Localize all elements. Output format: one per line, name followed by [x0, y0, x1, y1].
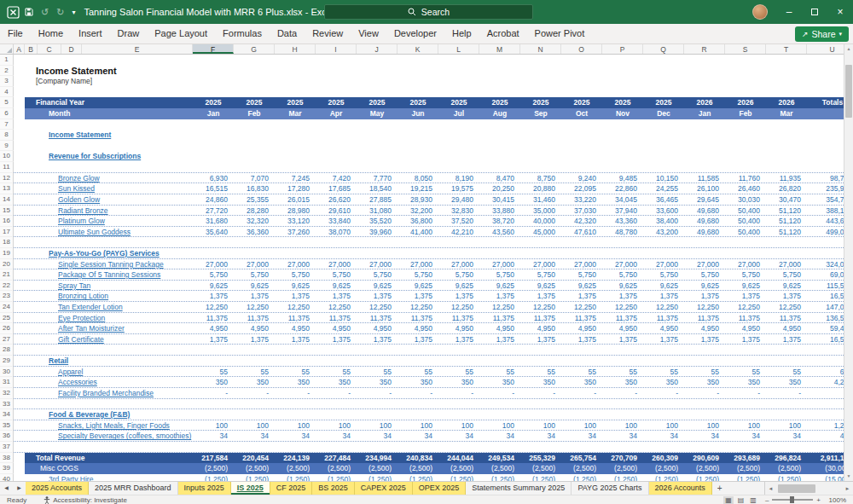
cell-u26[interactable]: 59,400	[807, 323, 844, 334]
cell-k35[interactable]: 100	[397, 420, 438, 432]
cell-t21[interactable]: 5,750	[766, 269, 807, 281]
cell-i16[interactable]: 33,840	[316, 216, 357, 227]
cell-s39[interactable]: (2,500)	[725, 463, 766, 474]
cell-p16[interactable]: 43,360	[602, 216, 643, 227]
cell-r32[interactable]: -	[684, 388, 725, 399]
cell-t30[interactable]: 55	[766, 367, 807, 378]
cell-j24[interactable]: 12,250	[357, 302, 397, 313]
cell-l31[interactable]: 350	[438, 377, 479, 388]
cell-i35[interactable]: 100	[316, 420, 357, 432]
cell-label-financial-year[interactable]: Financial Year	[36, 97, 84, 108]
cell-s40[interactable]: (1,250)	[725, 474, 766, 481]
cell-o38[interactable]: 265,754	[561, 453, 602, 464]
cell-u17[interactable]: 499,050	[807, 227, 844, 238]
cell-g35[interactable]: 100	[234, 420, 275, 432]
cell-s25[interactable]: 11,375	[725, 313, 766, 324]
cell-h24[interactable]: 12,250	[275, 302, 316, 313]
cell-q13[interactable]: 24,255	[643, 183, 684, 194]
save-icon[interactable]	[25, 8, 33, 16]
cell-h27[interactable]: 1,375	[275, 334, 316, 345]
cell-j40[interactable]: (1,250)	[357, 474, 397, 481]
cell-i32[interactable]: -	[316, 388, 357, 399]
cell-m39[interactable]: (2,500)	[479, 463, 520, 474]
cell-f20[interactable]: 27,000	[193, 259, 234, 270]
cell-l24[interactable]: 12,250	[438, 302, 479, 313]
cell-m17[interactable]: 43,560	[479, 227, 520, 238]
cell-u35[interactable]: 1,200	[807, 420, 844, 432]
cell-i14[interactable]: 26,620	[316, 194, 357, 206]
cell-k14[interactable]: 28,930	[397, 194, 438, 206]
row-header-15[interactable]: 15	[0, 206, 14, 217]
cell-l26[interactable]: 4,950	[438, 323, 479, 334]
cell-label-income-statement[interactable]: Income Statement	[49, 130, 111, 141]
cell-p20[interactable]: 27,000	[602, 259, 643, 270]
cell-s6[interactable]: Feb	[725, 108, 766, 119]
cell-j15[interactable]: 31,080	[357, 206, 397, 217]
cell-o36[interactable]: 34	[561, 431, 602, 442]
cell-l32[interactable]: -	[438, 388, 479, 399]
column-header-g[interactable]: G	[234, 44, 275, 54]
row-header-5[interactable]: 5	[0, 97, 14, 108]
cell-k16[interactable]: 36,800	[397, 216, 438, 227]
cell-k20[interactable]: 27,000	[397, 259, 438, 270]
row-header-14[interactable]: 14	[0, 194, 14, 206]
cell-m5[interactable]: 2025	[479, 97, 520, 108]
row-header-38[interactable]: 38	[0, 453, 14, 464]
cell-m36[interactable]: 34	[479, 431, 520, 442]
horizontal-scrollbar[interactable]: ◄ ►	[764, 482, 853, 495]
cell-k30[interactable]: 55	[397, 367, 438, 378]
column-header-l[interactable]: L	[438, 44, 479, 54]
cell-p26[interactable]: 4,950	[602, 323, 643, 334]
column-header-d[interactable]: D	[61, 44, 82, 54]
sheet-tab-2025-accounts[interactable]: 2025 Accounts	[26, 482, 89, 495]
cell-u6[interactable]	[807, 108, 844, 119]
row-header-37[interactable]: 37	[0, 442, 14, 453]
cell-label-pay-as-you-go-payg-services[interactable]: Pay-As-You-Go (PAYG) Services	[49, 248, 160, 259]
cell-s17[interactable]: 50,400	[725, 227, 766, 238]
qat-customize-icon[interactable]: ▾	[72, 8, 75, 17]
cell-m16[interactable]: 38,720	[479, 216, 520, 227]
sheet-tab-2026-accounts[interactable]: 2026 Accounts	[649, 482, 712, 495]
column-header-b[interactable]: B	[25, 44, 38, 54]
cell-l15[interactable]: 32,830	[438, 206, 479, 217]
cell-s35[interactable]: 100	[725, 420, 766, 432]
cell-u31[interactable]: 4,200	[807, 377, 844, 388]
cell-t27[interactable]: 1,375	[766, 334, 807, 345]
page-break-view-button[interactable]: ▥	[748, 496, 758, 504]
cell-h16[interactable]: 33,120	[275, 216, 316, 227]
cell-j31[interactable]: 350	[357, 377, 397, 388]
cell-t26[interactable]: 4,950	[766, 323, 807, 334]
cell-q27[interactable]: 1,375	[643, 334, 684, 345]
cell-n5[interactable]: 2025	[520, 97, 561, 108]
cell-l38[interactable]: 244,044	[438, 453, 479, 464]
cell-u16[interactable]: 443,600	[807, 216, 844, 227]
cell-t6[interactable]: Mar	[766, 108, 807, 119]
ribbon-tab-home[interactable]: Home	[31, 24, 71, 43]
cell-t16[interactable]: 51,120	[766, 216, 807, 227]
cell-o24[interactable]: 12,250	[561, 302, 602, 313]
cell-g38[interactable]: 220,454	[234, 453, 275, 464]
column-header-f[interactable]: F	[193, 44, 234, 54]
cell-j14[interactable]: 27,885	[357, 194, 397, 206]
cell-i23[interactable]: 1,375	[316, 291, 357, 302]
cell-t15[interactable]: 51,120	[766, 206, 807, 217]
ribbon-tab-draw[interactable]: Draw	[110, 24, 148, 43]
cell-label-3rd-party-hire[interactable]: 3rd Party Hire	[49, 474, 93, 481]
cell-l6[interactable]: Jul	[438, 108, 479, 119]
cell-g12[interactable]: 7,070	[234, 173, 275, 184]
cell-n14[interactable]: 31,460	[520, 194, 561, 206]
cell-n6[interactable]: Sep	[520, 108, 561, 119]
cell-q32[interactable]: -	[643, 388, 684, 399]
cell-f14[interactable]: 24,860	[193, 194, 234, 206]
cell-h23[interactable]: 1,375	[275, 291, 316, 302]
cell-q14[interactable]: 36,465	[643, 194, 684, 206]
cell-o13[interactable]: 22,095	[561, 183, 602, 194]
cell-m30[interactable]: 55	[479, 367, 520, 378]
cell-u40[interactable]: (15,000)	[807, 474, 844, 481]
row-header-22[interactable]: 22	[0, 281, 14, 292]
row-header-25[interactable]: 25	[0, 313, 14, 324]
cell-n23[interactable]: 1,375	[520, 291, 561, 302]
vertical-scrollbar[interactable]: ▲ ▼	[844, 44, 853, 481]
horizontal-scroll-thumb[interactable]	[778, 484, 815, 493]
sheet-tab-inputs-2025[interactable]: Inputs 2025	[178, 482, 231, 495]
